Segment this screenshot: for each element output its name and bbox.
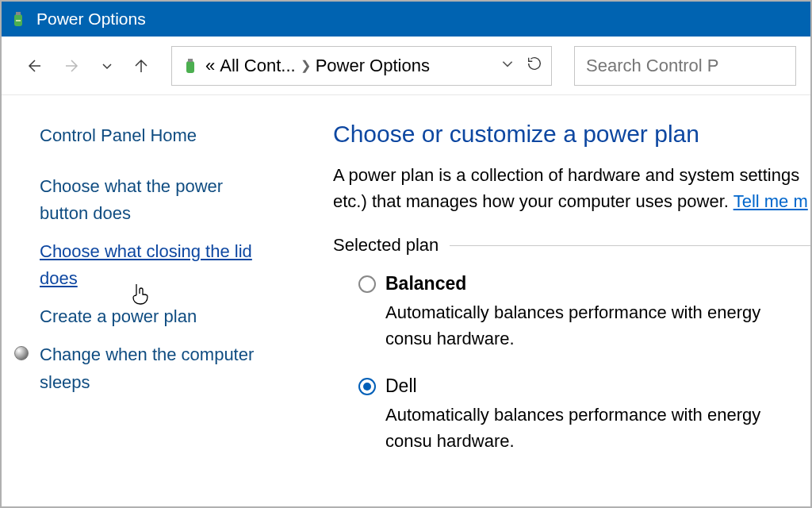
plan-balanced: Balanced Automatically balances performa… [333, 273, 810, 352]
address-bar[interactable]: « All Cont... ❯ Power Options [171, 46, 552, 86]
selected-plan-label: Selected plan [333, 235, 810, 256]
back-button[interactable] [16, 48, 51, 83]
plan-dell: Dell Automatically balances performance … [333, 375, 810, 454]
breadcrumb-prefix: « [205, 56, 215, 76]
radio-balanced[interactable] [358, 275, 376, 293]
sidebar-item-label: Change when the computer sleeps [40, 344, 254, 391]
plan-description: Automatically balances performance with … [358, 299, 810, 352]
sidebar: Control Panel Home Choose what the power… [2, 95, 287, 506]
window-title: Power Options [36, 10, 146, 29]
power-options-icon [180, 56, 201, 76]
search-placeholder: Search Control P [586, 56, 719, 76]
svg-rect-3 [186, 61, 194, 73]
radio-dell[interactable] [358, 378, 376, 395]
tell-me-more-link[interactable]: Tell me m [733, 191, 808, 211]
up-button[interactable] [124, 48, 159, 83]
main-panel: Choose or customize a power plan A power… [287, 95, 810, 506]
plan-description: Automatically balances performance with … [358, 402, 810, 454]
forward-button[interactable] [56, 48, 90, 83]
plan-name: Balanced [385, 273, 466, 294]
breadcrumb-item[interactable]: Power Options [316, 56, 430, 76]
control-panel-home-link[interactable]: Control Panel Home [40, 125, 271, 146]
chevron-right-icon: ❯ [301, 58, 311, 73]
titlebar: Power Options [2, 2, 810, 37]
svg-rect-4 [188, 59, 193, 62]
chevron-down-icon[interactable] [500, 56, 515, 75]
sidebar-item-create-plan[interactable]: Create a power plan [40, 303, 271, 330]
toolbar: « All Cont... ❯ Power Options Search Con… [2, 37, 810, 95]
svg-rect-2 [16, 20, 21, 21]
plan-name: Dell [385, 375, 417, 397]
content-area: Control Panel Home Choose what the power… [2, 95, 810, 506]
recent-dropdown[interactable] [95, 48, 119, 83]
breadcrumb-item[interactable]: All Cont... [220, 56, 295, 76]
sidebar-item-closing-lid[interactable]: Choose what closing the lid does [40, 238, 271, 292]
page-description: A power plan is a collection of hardware… [333, 162, 810, 214]
refresh-button[interactable] [526, 55, 543, 76]
search-input[interactable]: Search Control P [574, 46, 796, 86]
sidebar-item-power-button[interactable]: Choose what the power button does [40, 173, 271, 227]
sidebar-item-computer-sleeps[interactable]: Change when the computer sleeps [40, 341, 271, 395]
power-options-icon [8, 9, 29, 29]
svg-rect-1 [16, 12, 21, 15]
moon-icon [14, 346, 29, 360]
page-heading: Choose or customize a power plan [333, 121, 810, 148]
